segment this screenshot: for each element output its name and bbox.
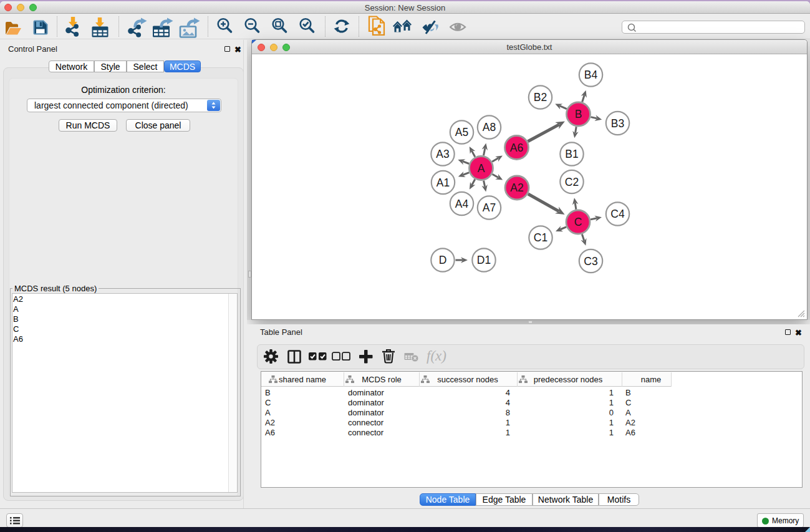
svg-text:C3: C3 xyxy=(584,255,597,268)
svg-text:A7: A7 xyxy=(483,201,496,214)
svg-text:A5: A5 xyxy=(455,126,468,138)
svg-text:A2: A2 xyxy=(510,181,523,194)
svg-text:C2: C2 xyxy=(565,176,579,188)
svg-text:D: D xyxy=(439,254,447,266)
svg-text:A3: A3 xyxy=(436,148,449,160)
svg-text:A6: A6 xyxy=(510,142,523,154)
svg-text:C: C xyxy=(574,216,582,228)
svg-text:C1: C1 xyxy=(534,231,547,244)
svg-text:C4: C4 xyxy=(610,208,625,220)
svg-text:A1: A1 xyxy=(436,177,450,189)
svg-text:A4: A4 xyxy=(455,198,469,210)
svg-text:B: B xyxy=(575,108,582,120)
svg-text:D1: D1 xyxy=(477,254,491,266)
svg-text:B4: B4 xyxy=(584,69,598,81)
svg-text:A: A xyxy=(478,162,485,175)
svg-text:B2: B2 xyxy=(534,91,547,104)
svg-text:A8: A8 xyxy=(483,121,496,133)
svg-text:B1: B1 xyxy=(565,148,578,160)
svg-text:B3: B3 xyxy=(611,117,624,130)
